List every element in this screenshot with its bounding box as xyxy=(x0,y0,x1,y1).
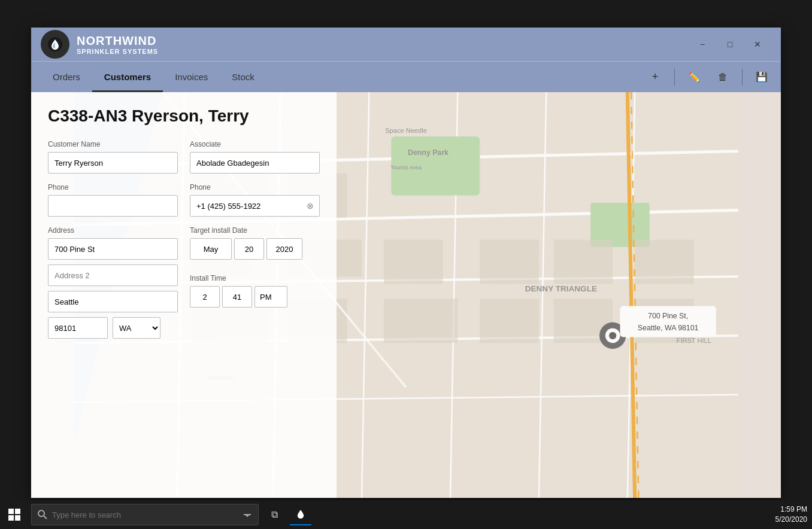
taskbar-view-button[interactable]: ⧉ xyxy=(263,504,285,525)
start-button[interactable] xyxy=(0,500,29,529)
row-address-date: Address WA OR CA ID Ta xyxy=(48,226,320,339)
app-window: NORTHWIND SPRINKLER SYSTEMS − □ ✕ Orders… xyxy=(31,28,781,498)
svg-point-38 xyxy=(609,332,616,339)
title-bar: NORTHWIND SPRINKLER SYSTEMS − □ ✕ xyxy=(31,28,781,61)
svg-text:Denny Park: Denny Park xyxy=(408,148,449,157)
associate-label: Associate xyxy=(190,140,320,148)
taskbar-time: 1:59 PM xyxy=(775,504,807,515)
phone-right-input[interactable] xyxy=(190,195,320,217)
customer-name-label: Customer Name xyxy=(48,140,178,148)
svg-line-47 xyxy=(44,516,47,519)
address2-input[interactable] xyxy=(48,264,178,286)
minimize-button[interactable]: − xyxy=(689,35,716,53)
app-subtitle: SPRINKLER SYSTEMS xyxy=(77,48,158,55)
save-button[interactable]: 💾 xyxy=(752,68,771,87)
customer-name-input[interactable] xyxy=(48,152,178,174)
group-customer-name: Customer Name xyxy=(48,140,178,174)
taskbar-search-box[interactable] xyxy=(31,504,259,525)
tab-orders[interactable]: Orders xyxy=(41,62,92,92)
tab-customers[interactable]: Customers xyxy=(92,62,163,92)
group-phone-right: Phone ⊗ xyxy=(190,183,320,217)
taskbar-right: 1:59 PM 5/20/2020 xyxy=(775,504,812,525)
svg-text:FIRST HILL: FIRST HILL xyxy=(677,337,711,344)
nav-bar: Orders Customers Invoices Stock + ✏️ 🗑 💾 xyxy=(31,61,781,92)
time-ampm-input[interactable] xyxy=(254,286,287,308)
svg-rect-39 xyxy=(620,306,716,337)
taskbar-app-icon[interactable] xyxy=(290,504,311,525)
taskbar-clock: 1:59 PM 5/20/2020 xyxy=(775,504,807,525)
svg-text:Seattle, WA 98101: Seattle, WA 98101 xyxy=(638,324,699,332)
app-logo xyxy=(41,30,69,59)
city-input[interactable] xyxy=(48,291,178,312)
time-hour-input[interactable] xyxy=(190,286,220,308)
svg-rect-44 xyxy=(8,515,14,521)
window-controls: − □ ✕ xyxy=(689,35,771,53)
install-time-label: Install Time xyxy=(190,274,320,282)
phone-left-label: Phone xyxy=(48,183,178,191)
svg-text:Space Needle: Space Needle xyxy=(385,127,427,134)
group-date-time: Target install Date Install Time xyxy=(190,226,320,339)
svg-text:Tourist Area: Tourist Area xyxy=(390,164,422,171)
svg-rect-24 xyxy=(554,240,613,284)
date-day-input[interactable] xyxy=(234,238,264,260)
row-phones: Phone Phone ⊗ xyxy=(48,183,320,217)
svg-rect-19 xyxy=(384,240,443,284)
state-select[interactable]: WA OR CA ID xyxy=(113,317,160,339)
svg-rect-43 xyxy=(15,509,20,514)
app-title-group: NORTHWIND SPRINKLER SYSTEMS xyxy=(77,34,158,55)
record-title: C338-AN3 Ryerson, Terry xyxy=(48,107,320,126)
taskbar-actions: ⧉ xyxy=(263,504,311,525)
edit-button[interactable]: ✏️ xyxy=(684,68,704,87)
phone-left-input[interactable] xyxy=(48,195,178,217)
form-overlay: C338-AN3 Ryerson, Terry Customer Name As… xyxy=(31,92,337,498)
svg-rect-27 xyxy=(635,240,694,284)
zip-input[interactable] xyxy=(48,317,108,339)
svg-point-46 xyxy=(38,510,44,516)
group-phone-left: Phone xyxy=(48,183,178,217)
group-address: Address WA OR CA ID xyxy=(48,226,178,339)
time-group xyxy=(190,286,320,308)
close-button[interactable]: ✕ xyxy=(744,35,771,53)
search-input[interactable] xyxy=(52,510,238,519)
nav-divider-2 xyxy=(742,69,743,86)
phone-right-label: Phone xyxy=(190,183,320,191)
add-button[interactable]: + xyxy=(646,68,665,87)
nav-divider-1 xyxy=(674,69,675,86)
svg-rect-25 xyxy=(480,299,539,343)
row-name-associate: Customer Name Associate xyxy=(48,140,320,174)
taskbar-date: 5/20/2020 xyxy=(775,515,807,525)
date-year-input[interactable] xyxy=(266,238,302,260)
nav-tabs: Orders Customers Invoices Stock xyxy=(41,62,266,92)
app-title: NORTHWIND xyxy=(77,34,158,48)
svg-text:700 Pine St,: 700 Pine St, xyxy=(648,312,688,320)
svg-text:DENNY TRIANGLE: DENNY TRIANGLE xyxy=(525,284,597,293)
tab-invoices[interactable]: Invoices xyxy=(163,62,220,92)
svg-rect-45 xyxy=(15,515,20,521)
svg-rect-23 xyxy=(480,240,539,284)
zip-state-row: WA OR CA ID xyxy=(48,317,178,339)
associate-input[interactable] xyxy=(190,152,320,174)
date-month-input[interactable] xyxy=(190,238,232,260)
target-install-date-label: Target install Date xyxy=(190,226,320,235)
time-min-input[interactable] xyxy=(222,286,252,308)
svg-rect-22 xyxy=(384,299,457,343)
tab-stock[interactable]: Stock xyxy=(220,62,266,92)
address1-input[interactable] xyxy=(48,238,178,260)
address-label: Address xyxy=(48,226,178,235)
maximize-button[interactable]: □ xyxy=(716,35,744,53)
nav-actions: + ✏️ 🗑 💾 xyxy=(646,68,771,87)
svg-rect-42 xyxy=(8,509,14,514)
phone-clear-icon[interactable]: ⊗ xyxy=(307,201,314,211)
delete-button[interactable]: 🗑 xyxy=(713,68,732,87)
taskbar: ⧉ 1:59 PM 5/20/2020 xyxy=(0,500,812,529)
date-group xyxy=(190,238,320,260)
content-area: Space Needle Tourist Area Denny Park DEN… xyxy=(31,92,781,498)
svg-marker-49 xyxy=(244,514,250,517)
group-associate: Associate xyxy=(190,140,320,174)
